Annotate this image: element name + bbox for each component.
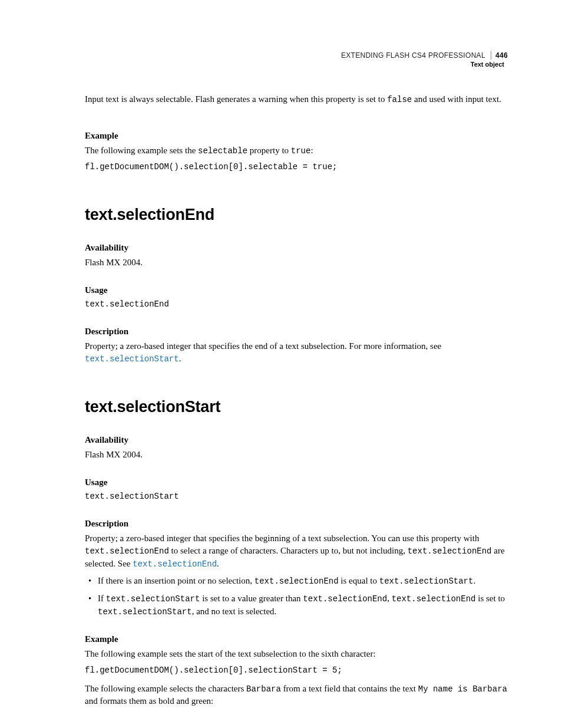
sec1-desc-link[interactable]: text.selectionStart bbox=[85, 354, 179, 364]
sec2-b2-a: If bbox=[98, 594, 106, 603]
sec2-desc-a: Property; a zero-based integer that spec… bbox=[85, 533, 479, 543]
sec2-b2-e: , and no text is selected. bbox=[192, 607, 277, 616]
sec2-desc-b: to select a range of characters. Charact… bbox=[169, 546, 408, 555]
sec2-b1-b: is equal to bbox=[339, 576, 379, 585]
sec1-description-text: Property; a zero-based integer that spec… bbox=[85, 340, 508, 365]
sec2-b2-code2: text.selectionEnd bbox=[303, 594, 387, 604]
sec2-desc-d: . bbox=[217, 559, 219, 568]
sec2-ex-p2-a: The following example selects the charac… bbox=[85, 684, 246, 693]
sec2-b2-b: is set to a value greater than bbox=[200, 594, 303, 603]
example1-text-a: The following example sets the bbox=[85, 146, 198, 155]
sec2-availability-heading: Availability bbox=[85, 434, 508, 446]
sec1-desc-after: . bbox=[179, 354, 181, 363]
sec1-description-heading: Description bbox=[85, 325, 508, 338]
intro-paragraph: Input text is always selectable. Flash g… bbox=[85, 93, 508, 106]
example1-text-after: : bbox=[310, 146, 313, 155]
sec2-desc-link[interactable]: text.selectionEnd bbox=[133, 559, 217, 569]
example1-code-selectable: selectable bbox=[198, 146, 247, 156]
sec2-ex-p2-code1: Barbara bbox=[246, 684, 281, 694]
page: EXTENDING FLASH CS4 PROFESSIONAL 446 Tex… bbox=[0, 0, 562, 728]
example1-text-mid: property to bbox=[247, 146, 291, 155]
sec2-desc-code2: text.selectionEnd bbox=[408, 546, 492, 556]
sec2-example-p1: The following example sets the start of … bbox=[85, 648, 508, 660]
sec2-b1-c: . bbox=[473, 576, 475, 585]
sec1-usage-heading: Usage bbox=[85, 284, 508, 297]
sec2-b1-a: If there is an insertion point or no sel… bbox=[98, 576, 254, 585]
section-title-selectionend: text.selectionEnd bbox=[85, 204, 508, 226]
sec1-usage-code: text.selectionEnd bbox=[85, 299, 508, 311]
sec2-example-heading: Example bbox=[85, 633, 508, 645]
section-title-selectionstart: text.selectionStart bbox=[85, 396, 508, 419]
example1-sentence: The following example sets the selectabl… bbox=[85, 144, 508, 157]
sec2-b2-code3: text.selectionEnd bbox=[392, 594, 476, 604]
sec2-b2-code4: text.selectionStart bbox=[98, 607, 192, 617]
doc-title: EXTENDING FLASH CS4 PROFESSIONAL bbox=[341, 51, 485, 60]
sec1-desc-text: Property; a zero-based integer that spec… bbox=[85, 341, 441, 351]
sec1-availability-text: Flash MX 2004. bbox=[85, 256, 508, 269]
intro-code-false: false bbox=[387, 95, 412, 104]
intro-text-before: Input text is always selectable. Flash g… bbox=[85, 94, 387, 104]
header-line-1: EXTENDING FLASH CS4 PROFESSIONAL 446 bbox=[341, 51, 508, 60]
sec2-desc-code1: text.selectionEnd bbox=[85, 546, 169, 556]
sec2-usage-code: text.selectionStart bbox=[85, 491, 508, 503]
content: Input text is always selectable. Flash g… bbox=[85, 51, 508, 707]
sec2-description-p1: Property; a zero-based integer that spec… bbox=[85, 532, 508, 570]
example1-code-true: true bbox=[291, 146, 311, 156]
sec2-b2-code1: text.selectionStart bbox=[106, 594, 200, 604]
sec1-availability-heading: Availability bbox=[85, 242, 508, 254]
sec2-bullet-2: If text.selectionStart is set to a value… bbox=[85, 592, 508, 618]
sec2-description-heading: Description bbox=[85, 518, 508, 530]
example1-heading: Example bbox=[85, 130, 508, 142]
header-section: Text object bbox=[341, 60, 508, 69]
sec2-ex-p2-code2: My name is Barbara bbox=[418, 684, 507, 694]
sec2-ex-p2-c: and formats them as bold and green: bbox=[85, 696, 213, 706]
sec2-example-code1: fl.getDocumentDOM().selection[0].selecti… bbox=[85, 665, 508, 677]
sec2-b2-d: is set to bbox=[475, 594, 505, 603]
intro-text-after: and used with input text. bbox=[412, 94, 501, 104]
sec2-b1-code2: text.selectionStart bbox=[379, 577, 474, 586]
sec2-b2-c: , bbox=[387, 594, 392, 603]
example1-codeblock: fl.getDocumentDOM().selection[0].selecta… bbox=[85, 162, 508, 173]
sec2-bullet-1: If there is an insertion point or no sel… bbox=[85, 575, 508, 588]
page-number: 446 bbox=[491, 51, 508, 60]
sec2-example-p2: The following example selects the charac… bbox=[85, 683, 508, 708]
sec2-ex-p2-b: from a text field that contains the text bbox=[281, 684, 418, 693]
running-header: EXTENDING FLASH CS4 PROFESSIONAL 446 Tex… bbox=[341, 51, 508, 69]
sec2-b1-code1: text.selectionEnd bbox=[254, 577, 339, 586]
sec2-bullet-list: If there is an insertion point or no sel… bbox=[85, 575, 508, 618]
sec2-availability-text: Flash MX 2004. bbox=[85, 449, 508, 461]
sec2-usage-heading: Usage bbox=[85, 476, 508, 489]
